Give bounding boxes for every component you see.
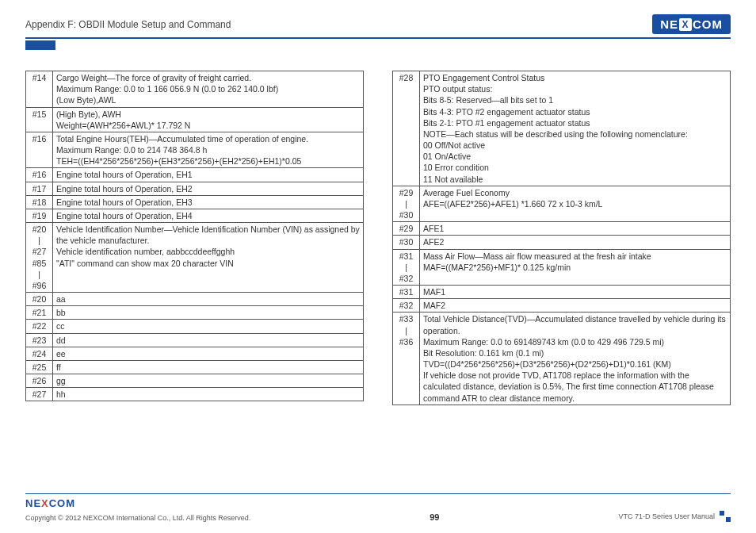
row-index: #33 | #36	[393, 313, 420, 405]
row-index: #19	[26, 209, 53, 222]
row-description: (High Byte), AWH Weight=(AWH*256+AWL)* 1…	[53, 107, 364, 132]
row-index: #29	[393, 222, 420, 236]
table-row: #23dd	[26, 333, 364, 347]
table-row: #30AFE2	[393, 236, 731, 249]
row-index: #14	[26, 71, 53, 108]
table-row: #20aa	[26, 293, 364, 306]
table-row: #20 | #27 #85 | #96Vehicle Identificatio…	[26, 223, 364, 293]
row-description: ff	[53, 360, 364, 374]
table-row: #16Total Engine Hours(TEH)—Accumulated t…	[26, 132, 364, 168]
row-description: dd	[53, 333, 364, 347]
row-description: Engine total hours of Operation, EH1	[53, 168, 364, 182]
row-description: Vehicle Identification Number—Vehicle Id…	[53, 223, 364, 293]
page-footer: NEXCOM Copyright © 2012 NEXCOM Internati…	[25, 493, 731, 522]
row-index: #16	[26, 168, 53, 182]
row-index: #22	[26, 320, 53, 333]
table-row: #29 | #30Average Fuel Economy AFE=((AFE2…	[393, 186, 731, 222]
manual-name: VTC 71-D Series User Manual	[618, 512, 715, 520]
row-index: #27	[26, 388, 53, 401]
table-row: #31MAF1	[393, 286, 731, 299]
table-row: #28PTO Engagement Control Status PTO out…	[393, 71, 731, 186]
row-description: PTO Engagement Control Status PTO output…	[420, 71, 731, 186]
row-description: Engine total hours of Operation, EH2	[53, 182, 364, 195]
row-description: hh	[53, 388, 364, 401]
table-row: #29AFE1	[393, 222, 731, 236]
row-index: #17	[26, 182, 53, 195]
left-column: #14Cargo Weight—The force of gravity of …	[25, 71, 364, 405]
table-row: #26gg	[26, 374, 364, 388]
brand-logo: NEXCOM	[652, 14, 731, 34]
table-row: #21bb	[26, 306, 364, 320]
table-row: #17Engine total hours of Operation, EH2	[26, 182, 364, 195]
row-index: #28	[393, 71, 420, 186]
row-description: Average Fuel Economy AFE=((AFE2*256)+AFE…	[420, 186, 731, 222]
footer-logo: NEXCOM	[25, 497, 731, 509]
table-row: #15(High Byte), AWH Weight=(AWH*256+AWL)…	[26, 107, 364, 132]
copyright-text: Copyright © 2012 NEXCOM International Co…	[25, 514, 250, 522]
row-index: #15	[26, 107, 53, 132]
row-description: Total Vehicle Distance(TVD)—Accumulated …	[420, 313, 731, 405]
table-row: #33 | #36Total Vehicle Distance(TVD)—Acc…	[393, 313, 731, 405]
row-description: Total Engine Hours(TEH)—Accumulated time…	[53, 132, 364, 168]
table-row: #18Engine total hours of Operation, EH3	[26, 195, 364, 209]
row-index: #31 | #32	[393, 249, 420, 286]
row-description: MAF1	[420, 286, 731, 299]
row-description: Engine total hours of Operation, EH4	[53, 209, 364, 222]
table-row: #14Cargo Weight—The force of gravity of …	[26, 71, 364, 108]
row-description: gg	[53, 374, 364, 388]
row-description: MAF2	[420, 299, 731, 313]
row-index: #25	[26, 360, 53, 374]
table-row: #19Engine total hours of Operation, EH4	[26, 209, 364, 222]
row-index: #31	[393, 286, 420, 299]
header-title: Appendix F: OBDII Module Setup and Comma…	[25, 19, 231, 30]
table-row: #32MAF2	[393, 299, 731, 313]
row-index: #26	[26, 374, 53, 388]
row-description: AFE2	[420, 236, 731, 249]
row-description: aa	[53, 293, 364, 306]
row-index: #20 | #27 #85 | #96	[26, 223, 53, 293]
left-table: #14Cargo Weight—The force of gravity of …	[25, 71, 364, 401]
table-row: #22cc	[26, 320, 364, 333]
row-index: #16	[26, 132, 53, 168]
row-index: #30	[393, 236, 420, 249]
right-table: #28PTO Engagement Control Status PTO out…	[392, 71, 731, 405]
row-index: #23	[26, 333, 53, 347]
row-description: AFE1	[420, 222, 731, 236]
table-row: #16Engine total hours of Operation, EH1	[26, 168, 364, 182]
row-index: #20	[26, 293, 53, 306]
row-index: #24	[26, 347, 53, 360]
right-column: #28PTO Engagement Control Status PTO out…	[392, 71, 731, 405]
row-index: #29 | #30	[393, 186, 420, 222]
row-index: #18	[26, 195, 53, 209]
row-index: #32	[393, 299, 420, 313]
row-description: Engine total hours of Operation, EH3	[53, 195, 364, 209]
row-description: Cargo Weight—The force of gravity of fre…	[53, 71, 364, 108]
row-index: #21	[26, 306, 53, 320]
row-description: cc	[53, 320, 364, 333]
footer-icon	[720, 511, 731, 522]
row-description: ee	[53, 347, 364, 360]
page-header: Appendix F: OBDII Module Setup and Comma…	[25, 14, 731, 39]
row-description: bb	[53, 306, 364, 320]
page-number: 99	[430, 512, 439, 522]
table-row: #27hh	[26, 388, 364, 401]
blue-tab-decoration	[25, 40, 55, 50]
content-columns: #14Cargo Weight—The force of gravity of …	[25, 71, 731, 405]
table-row: #25ff	[26, 360, 364, 374]
table-row: #31 | #32Mass Air Flow—Mass air flow mea…	[393, 249, 731, 286]
row-description: Mass Air Flow—Mass air flow measured at …	[420, 249, 731, 286]
table-row: #24ee	[26, 347, 364, 360]
